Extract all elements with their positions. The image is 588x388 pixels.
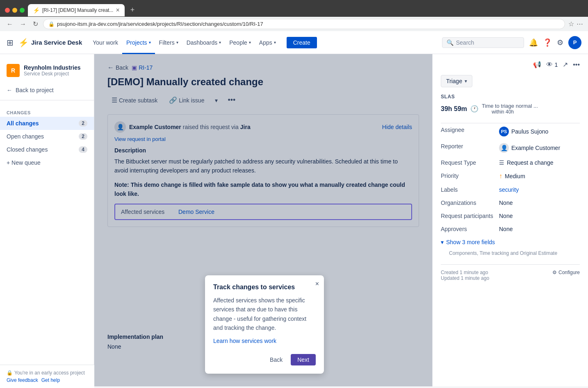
announce-icon[interactable]: 📢 [533,61,541,68]
close-dot[interactable] [5,8,10,13]
project-name: Reynholm Industries [24,64,80,71]
nav-apps[interactable]: Apps ▾ [255,31,280,54]
lock-icon: 🔒 [48,21,55,27]
issue-id-badge[interactable]: ▣ RI-17 [132,64,153,71]
tooltip-back-button[interactable]: Back [265,354,287,365]
search-bar[interactable]: 🔍 Search [442,37,524,48]
link-issue-button[interactable]: 🔗 Link issue [165,95,208,106]
chevron-down-icon: ▾ [441,239,444,245]
tooltip-close-button[interactable]: × [315,280,319,288]
sla-time: 39h 59m [441,105,467,113]
description-title: Description [114,147,412,154]
tooltip-title: Track changes to services [213,284,316,291]
organizations-field: Organizations None [441,200,580,206]
filters-chevron-icon: ▾ [176,40,178,45]
sidebar-project: R Reynholm Industries Service Desk proje… [0,61,94,84]
issue-actions: ☰ Create subtask 🔗 Link issue ▾ ••• [107,94,419,106]
tooltip-popup: × Track changes to services Affected ser… [205,275,324,374]
issue-type-icon: ▣ [132,64,137,71]
view-portal-link[interactable]: View request in portal [114,136,412,142]
help-link[interactable]: Get help [41,377,60,383]
browser-tab[interactable]: ⚡ [RI-17] [DEMO] Manually creat... × [28,4,125,16]
show-more-fields-button[interactable]: ▾ Show 3 more fields [441,239,580,245]
back-button[interactable]: ← Back [107,64,128,71]
sidebar-item-all-changes[interactable]: All changes 2 [0,117,94,130]
avatar-icon[interactable]: P [568,36,581,49]
priority-icon: ↑ [499,172,502,180]
share-icon[interactable]: ↗ [563,61,568,68]
project-type: Service Desk project [24,71,80,77]
nav-people[interactable]: People ▾ [225,31,255,54]
sla-sub: within 40h [492,109,538,115]
affected-services-label: Affected services [121,209,178,215]
updated-text: Updated 1 minute ago [441,275,489,281]
app-logo[interactable]: ⚡ Jira Service Desk [18,38,82,48]
feedback-link[interactable]: Give feedback [7,377,38,383]
reporter-field: Reporter 👤 Example Customer [441,143,580,153]
app-layout: R Reynholm Industries Service Desk proje… [0,54,588,386]
nav-projects[interactable]: Projects ▾ [122,31,155,54]
address-text: psujono-itsm.jira-dev.com/jira/servicede… [57,21,263,27]
grid-icon[interactable]: ⊞ [7,38,14,48]
projects-chevron-icon: ▾ [149,40,151,45]
ext-icon[interactable]: ⋯ [577,20,583,28]
create-subtask-button[interactable]: ☰ Create subtask [107,95,162,106]
watch-icon[interactable]: 👁 [546,61,553,68]
new-tab-button[interactable]: + [128,3,137,17]
labels-field: Labels security [441,186,580,193]
requester-via: Jira [240,124,251,130]
minimize-dot[interactable] [12,8,17,13]
back-nav: ← Back ▣ RI-17 [107,64,419,71]
add-queue-button[interactable]: + New queue [0,156,94,169]
back-to-project[interactable]: ← Back to project [0,84,94,97]
browser-reload-button[interactable]: ↻ [31,18,40,29]
maximize-dot[interactable] [20,8,25,13]
create-button[interactable]: Create [287,37,317,48]
labels-value: security [499,186,519,193]
help-icon[interactable]: ❓ [543,38,552,47]
main-content: ← Back ▣ RI-17 [DEMO] Manually created c… [94,54,432,386]
notification-icon[interactable]: 🔔 [529,38,538,47]
approvers-field: Approvers None [441,226,580,232]
settings-icon[interactable]: ⚙ [557,38,563,47]
configure-button[interactable]: ⚙ Configure [552,270,580,275]
project-info: Reynholm Industries Service Desk project [24,64,80,77]
apps-chevron-icon: ▾ [274,40,276,45]
tab-close-button[interactable]: × [116,7,119,14]
tooltip-next-button[interactable]: Next [291,354,316,365]
nav-dashboards[interactable]: Dashboards ▾ [182,31,226,54]
organizations-value: None [499,200,513,206]
more-options-icon[interactable]: ••• [573,61,580,68]
hide-details-button[interactable]: Hide details [382,124,412,130]
request-type-field: Request Type ☰ Request a change [441,159,580,166]
priority-field: Priority ↑ Medium [441,172,580,180]
app-header: ⊞ ⚡ Jira Service Desk Your work Projects… [0,31,588,54]
footer-row-1: Created 1 minute ago ⚙ Configure [441,270,580,275]
back-icon: ← [7,87,12,93]
triage-chevron-icon: ▾ [465,78,467,84]
requester-text: Example Customer raised this request via… [129,124,251,130]
sidebar-footer: 🔒 You're in an early access project Give… [0,365,94,386]
more-actions-button[interactable]: ••• [224,94,239,106]
search-icon: 🔍 [447,39,454,46]
main-nav: Your work Projects ▾ Filters ▾ Dashboard… [89,31,280,54]
request-type-value: ☰ Request a change [499,159,554,166]
learn-more-link[interactable]: Learn how services work [213,338,316,344]
sidebar-item-open-changes[interactable]: Open changes 2 [0,130,94,143]
triage-button[interactable]: Triage ▾ [441,75,472,87]
sidebar-item-closed-changes[interactable]: Closed changes 4 [0,143,94,156]
browser-extensions: ☆ ⋯ [568,20,583,28]
browser-bar: ← → ↻ 🔒 psujono-itsm.jira-dev.com/jira/s… [0,17,588,31]
reporter-avatar: 👤 [499,143,509,153]
tooltip-footer: Back Next [213,354,316,365]
browser-back-button[interactable]: ← [5,19,15,29]
affected-services-value[interactable]: Demo Service [178,209,214,215]
bookmark-icon[interactable]: ☆ [568,20,574,28]
browser-forward-button[interactable]: → [18,19,28,29]
nav-your-work[interactable]: Your work [89,31,122,54]
nav-filters[interactable]: Filters ▾ [155,31,182,54]
labels-link[interactable]: security [499,186,519,193]
address-bar[interactable]: 🔒 psujono-itsm.jira-dev.com/jira/service… [43,19,565,29]
triage-section: Triage ▾ [441,75,580,87]
actions-dropdown-button[interactable]: ▾ [212,95,221,105]
